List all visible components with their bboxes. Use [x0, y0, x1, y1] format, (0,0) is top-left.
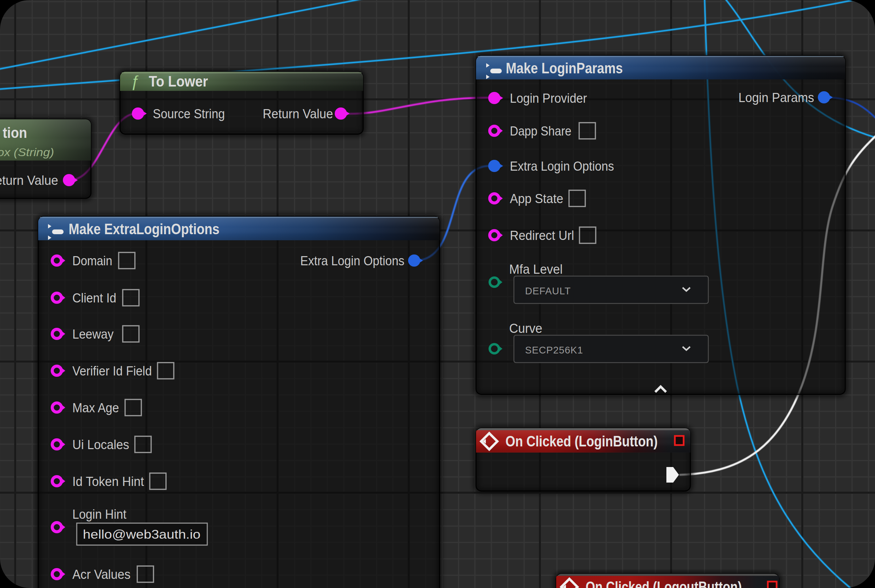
- svg-text:Client Id: Client Id: [72, 291, 116, 305]
- svg-text:Domain: Domain: [72, 254, 112, 268]
- svg-text:ox (String): ox (String): [0, 146, 54, 159]
- svg-text:To Lower: To Lower: [149, 73, 208, 90]
- svg-text:Source String: Source String: [153, 106, 225, 121]
- svg-text:Login Params: Login Params: [738, 90, 814, 105]
- svg-text:ƒ: ƒ: [131, 72, 139, 90]
- svg-text:Id Token Hint: Id Token Hint: [72, 474, 144, 489]
- svg-text:On Clicked (LoginButton): On Clicked (LoginButton): [505, 433, 658, 450]
- svg-text:Extra Login Options: Extra Login Options: [510, 159, 614, 173]
- svg-text:tion: tion: [3, 124, 27, 141]
- svg-text:DEFAULT: DEFAULT: [525, 285, 571, 296]
- svg-text:Dapp Share: Dapp Share: [510, 124, 571, 138]
- svg-text:Make ExtraLoginOptions: Make ExtraLoginOptions: [69, 220, 220, 237]
- svg-text:Return Value: Return Value: [263, 106, 333, 121]
- svg-text:Curve: Curve: [509, 321, 542, 336]
- svg-text:SECP256K1: SECP256K1: [525, 345, 583, 356]
- svg-text:Login Provider: Login Provider: [510, 91, 587, 105]
- svg-text:Verifier Id Field: Verifier Id Field: [72, 364, 152, 378]
- svg-text:On Clicked (LogoutButton): On Clicked (LogoutButton): [586, 579, 742, 588]
- svg-text:hello@web3auth.io: hello@web3auth.io: [83, 528, 200, 542]
- svg-text:Max Age: Max Age: [72, 400, 119, 415]
- svg-text:Make LoginParams: Make LoginParams: [506, 60, 623, 76]
- svg-text:Acr Values: Acr Values: [72, 567, 131, 582]
- svg-text:Redirect Url: Redirect Url: [510, 228, 574, 243]
- svg-text:Ui Locales: Ui Locales: [72, 437, 129, 452]
- svg-text:App State: App State: [510, 191, 563, 206]
- svg-text:Login Hint: Login Hint: [72, 507, 126, 521]
- svg-text:eturn Value: eturn Value: [0, 173, 58, 188]
- svg-text:Mfa Level: Mfa Level: [509, 262, 562, 276]
- svg-text:Leeway: Leeway: [72, 327, 114, 341]
- svg-text:Extra Login Options: Extra Login Options: [300, 254, 404, 268]
